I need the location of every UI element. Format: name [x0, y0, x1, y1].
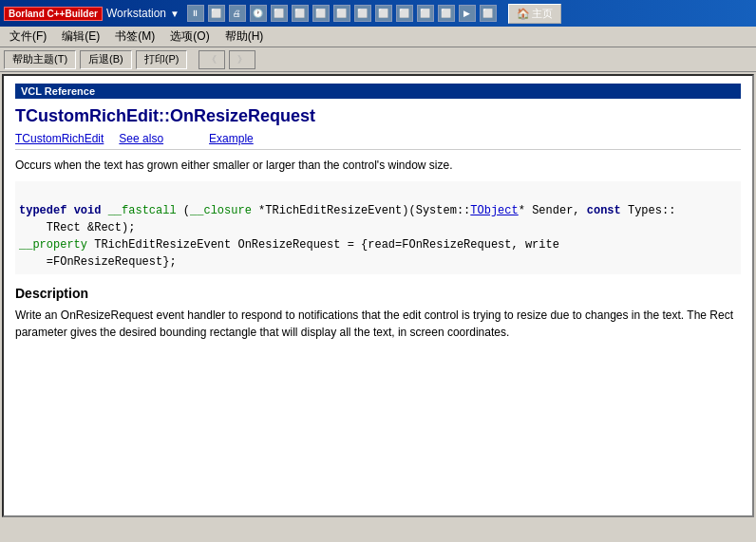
vcl-header-text: VCL Reference — [21, 85, 95, 97]
home-button[interactable]: 🏠 主页 — [508, 4, 561, 24]
workstation-selector[interactable]: Workstation ▼ — [106, 7, 180, 20]
icon-4[interactable]: ⬜ — [271, 5, 288, 22]
pause-icon[interactable]: ⏸ — [187, 5, 204, 22]
section-title: Description — [15, 286, 741, 301]
print-button[interactable]: 打印(P) — [136, 50, 188, 69]
second-toolbar: 帮助主题(T) 后退(B) 打印(P) 《 》 — [0, 47, 756, 72]
back-button[interactable]: 后退(B) — [80, 50, 132, 69]
icon-11[interactable]: ⬜ — [417, 5, 434, 22]
icon-8[interactable]: ⬜ — [354, 5, 371, 22]
nav-left-button[interactable]: 《 — [198, 50, 225, 69]
page-title: TCustomRichEdit::OnResizeRequest — [15, 106, 741, 126]
title-toolbar-icons: ⏸ ⬜ 🖨 🕐 ⬜ ⬜ ⬜ ⬜ ⬜ ⬜ ⬜ ⬜ ⬜ ▶ ⬜ 🏠 主页 — [187, 4, 561, 24]
workstation-label: Workstation — [106, 7, 166, 20]
section-text: Write an OnResizeRequest event handler t… — [15, 307, 741, 341]
nav-right-button[interactable]: 》 — [229, 50, 255, 69]
icon-2[interactable]: 🖨 — [229, 5, 246, 22]
icon-5[interactable]: ⬜ — [292, 5, 309, 22]
app-logo: Borland C++Builder — [4, 7, 103, 21]
icon-3[interactable]: 🕐 — [250, 5, 267, 22]
link-tcustomrichedit[interactable]: TCustomRichEdit — [15, 132, 104, 145]
icon-13[interactable]: ▶ — [459, 5, 476, 22]
icon-14[interactable]: ⬜ — [480, 5, 497, 22]
icon-7[interactable]: ⬜ — [333, 5, 350, 22]
icon-9[interactable]: ⬜ — [375, 5, 392, 22]
icon-1[interactable]: ⬜ — [208, 5, 225, 22]
link-example[interactable]: Example — [209, 132, 254, 145]
menu-file[interactable]: 文件(F) — [2, 28, 54, 47]
icon-12[interactable]: ⬜ — [438, 5, 455, 22]
link-see-also[interactable]: See also — [119, 132, 163, 145]
links-row: TCustomRichEdit See also Example — [15, 132, 741, 150]
description-text: Occurs when the text has grown either sm… — [15, 158, 741, 174]
menu-options[interactable]: 选项(O) — [162, 28, 217, 47]
help-topics-button[interactable]: 帮助主题(T) — [4, 50, 76, 69]
menu-bar: 文件(F) 编辑(E) 书签(M) 选项(O) 帮助(H) — [0, 27, 756, 47]
content-area: VCL Reference TCustomRichEdit::OnResizeR… — [2, 74, 754, 517]
menu-edit[interactable]: 编辑(E) — [54, 28, 107, 47]
dropdown-icon[interactable]: ▼ — [170, 9, 180, 19]
vcl-header: VCL Reference — [15, 84, 741, 99]
menu-bookmark[interactable]: 书签(M) — [107, 28, 162, 47]
icon-6[interactable]: ⬜ — [312, 5, 330, 22]
code-block: typedef void __fastcall (__closure *TRic… — [15, 181, 741, 274]
menu-help[interactable]: 帮助(H) — [217, 28, 272, 47]
icon-10[interactable]: ⬜ — [396, 5, 413, 22]
title-bar: Borland C++Builder Workstation ▼ ⏸ ⬜ 🖨 🕐… — [0, 0, 756, 27]
